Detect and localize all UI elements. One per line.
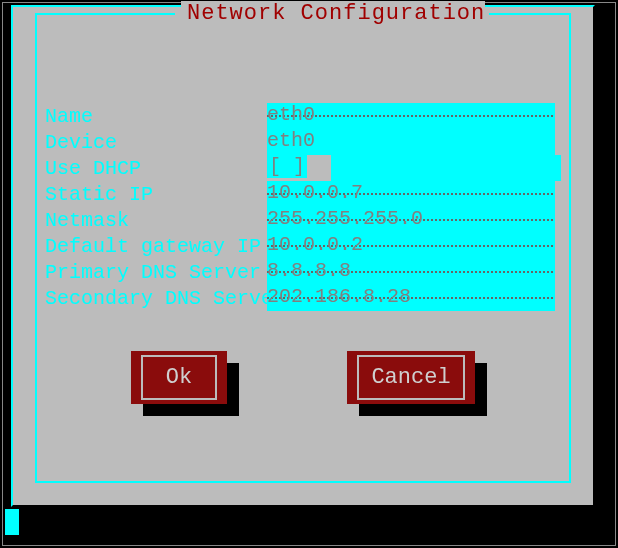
checkbox-box[interactable]: [ ]	[267, 155, 307, 178]
ok-button-wrap: Ok	[131, 351, 227, 404]
ok-button-label: Ok	[160, 361, 198, 394]
ok-button[interactable]: Ok	[131, 351, 227, 404]
label-name: Name	[45, 105, 267, 128]
label-static-ip: Static IP	[45, 183, 267, 206]
input-name[interactable]: eth0	[267, 103, 555, 129]
label-dns1: Primary DNS Server	[45, 261, 267, 284]
label-device: Device	[45, 131, 267, 154]
cancel-button[interactable]: Cancel	[347, 351, 475, 404]
row-static-ip: Static IP 10.0.0.7	[45, 181, 561, 207]
input-dns2[interactable]: 202.186.8.28	[267, 285, 555, 311]
input-gateway[interactable]: 10.0.0.2	[267, 233, 555, 259]
frame-left	[35, 13, 37, 483]
network-config-dialog: Network Configuration Name eth0 Device e…	[11, 5, 595, 507]
button-bar: Ok Cancel	[11, 351, 595, 404]
input-device[interactable]: eth0	[267, 129, 555, 155]
input-static-ip[interactable]: 10.0.0.7	[267, 181, 555, 207]
checkbox-use-dhcp[interactable]: [ ]	[267, 155, 561, 181]
cancel-button-label: Cancel	[365, 361, 456, 394]
form: Name eth0 Device eth0 Use DHCP [ ]	[45, 103, 561, 311]
edge-accent	[5, 509, 19, 535]
input-netmask[interactable]: 255.255.255.0	[267, 207, 555, 233]
label-gateway: Default gateway IP	[45, 235, 267, 258]
cancel-button-wrap: Cancel	[347, 351, 475, 404]
row-netmask: Netmask 255.255.255.0	[45, 207, 561, 233]
title-rule-left	[35, 13, 175, 15]
frame-right	[569, 13, 571, 483]
row-use-dhcp: Use DHCP [ ]	[45, 155, 561, 181]
checkbox-tail	[331, 155, 561, 181]
row-dns2: Secondary DNS Server 202.186.8.28	[45, 285, 561, 311]
bottom-bar	[21, 517, 609, 539]
row-name: Name eth0	[45, 103, 561, 129]
label-dns2: Secondary DNS Server	[45, 287, 267, 310]
app-window: Network Configuration Name eth0 Device e…	[2, 2, 616, 546]
dialog-title: Network Configuration	[181, 1, 485, 26]
input-dns1[interactable]: 8.8.8.8	[267, 259, 555, 285]
label-use-dhcp: Use DHCP	[45, 157, 267, 180]
label-netmask: Netmask	[45, 209, 267, 232]
row-dns1: Primary DNS Server 8.8.8.8	[45, 259, 561, 285]
row-gateway: Default gateway IP 10.0.0.2	[45, 233, 561, 259]
row-device: Device eth0	[45, 129, 561, 155]
frame-bottom	[35, 481, 571, 483]
title-rule-right	[489, 13, 571, 15]
